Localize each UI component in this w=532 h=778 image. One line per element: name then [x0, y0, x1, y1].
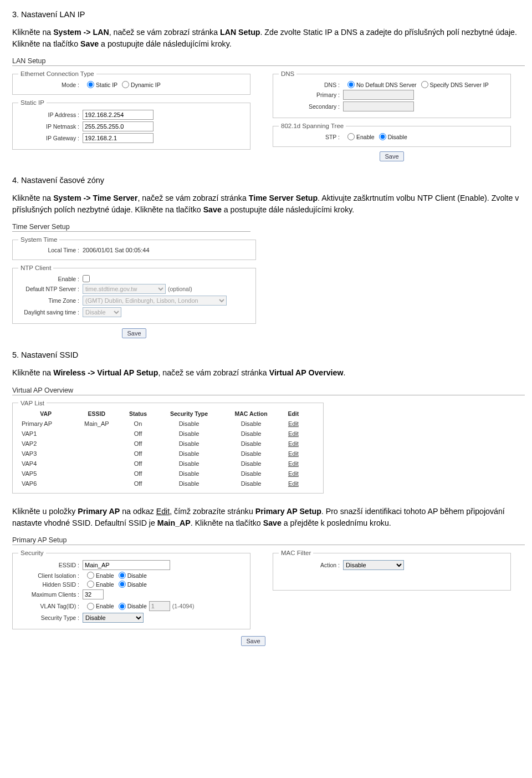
dns-primary-input[interactable] [343, 90, 414, 100]
t: Save [80, 39, 99, 48]
ip-address-input[interactable] [83, 110, 154, 120]
ethernet-type-legend: Ethernet Connection Type [18, 70, 96, 77]
pap-save-button[interactable]: Save [241, 636, 265, 646]
ntpclient-legend: NTP Client [18, 265, 53, 271]
t: , načež se vám zobrazí stránka [109, 28, 220, 37]
vap-edit-link[interactable]: Edit [288, 470, 299, 477]
vap-edit-link[interactable]: Edit [288, 480, 299, 487]
table-row: VAP1OffDisableDisableEdit [18, 429, 306, 439]
hidden-disable-text: Disable [127, 581, 147, 588]
vap-edit-link[interactable]: Edit [288, 440, 299, 447]
vap-edit-link[interactable]: Edit [288, 420, 299, 427]
vap-name: VAP3 [18, 449, 73, 459]
netmask-label: IP Netmask : [18, 123, 83, 130]
localtime-value: 2006/01/01 Sat 00:05:44 [83, 247, 150, 253]
stp-enable-radio[interactable] [347, 133, 355, 140]
vap-edit-link[interactable]: Edit [288, 450, 299, 457]
stp-label: STP : [279, 134, 343, 140]
vap-status: Off [120, 469, 156, 479]
iso-label: Client Isolation : [18, 572, 83, 579]
vap-overview-title: Virtual AP Overview [12, 387, 525, 395]
security-legend: Security [18, 550, 46, 556]
dns-secondary-input[interactable] [343, 101, 414, 111]
systemtime-group: System Time Local Time :2006/01/01 Sat 0… [12, 236, 256, 260]
timeserver-title: Time Server Setup [12, 223, 250, 232]
t: Klikněte na [12, 28, 53, 37]
iso-enable-radio[interactable] [87, 572, 94, 579]
mode-static-text: Static IP [96, 82, 117, 88]
stp-group: 802.1d Spanning Tree STP : Enable Disabl… [273, 123, 511, 147]
t: Save [263, 518, 282, 527]
t: System -> Time Server [53, 194, 137, 202]
vap-sec: Disable [156, 449, 222, 459]
dns-specify-radio[interactable] [421, 81, 428, 88]
lan-save-button[interactable]: Save [380, 151, 403, 161]
essid-input[interactable] [83, 560, 170, 570]
vap-overview-shot: Virtual AP Overview VAP List VAP ESSID S… [12, 387, 520, 494]
mac-action-select[interactable]: Disable [343, 560, 404, 570]
iso-enable-text: Enable [96, 572, 114, 579]
vap-essid [73, 479, 120, 489]
stp-legend: 802.1d Spanning Tree [279, 123, 346, 129]
t: . [343, 368, 345, 377]
vap-edit-link[interactable]: Edit [288, 460, 299, 467]
vap-edit-link[interactable]: Edit [288, 430, 299, 437]
table-row: VAP2OffDisableDisableEdit [18, 439, 306, 449]
vap-name: VAP2 [18, 439, 73, 449]
vap-sec: Disable [156, 469, 222, 479]
vap-status: Off [120, 459, 156, 469]
section-5-para: Klikněte na Wireless -> Virtual AP Setup… [12, 367, 520, 379]
hidden-disable-radio[interactable] [119, 581, 126, 588]
vlan-disable-radio[interactable] [119, 603, 126, 610]
vap-list-group: VAP List VAP ESSID Status Security Type … [12, 400, 324, 494]
mode-static-radio[interactable] [87, 81, 94, 88]
dns-nodefault-text: No Default DNS Server [356, 82, 417, 88]
hidden-enable-radio[interactable] [87, 581, 94, 588]
vap-essid [73, 439, 120, 449]
t: Primary AP [78, 507, 120, 516]
vlan-id-input[interactable] [149, 601, 170, 611]
vlan-disable-text: Disable [127, 603, 147, 609]
section-5-heading: 5. Nastavení SSID [12, 350, 520, 359]
stp-disable-radio[interactable] [379, 133, 386, 140]
mode-dynamic-radio[interactable] [122, 81, 129, 88]
static-ip-legend: Static IP [18, 99, 47, 106]
dns-label: DNS : [279, 82, 343, 88]
vap-sec: Disable [156, 459, 222, 469]
t: Time Server Setup [249, 194, 318, 202]
t: Klikněte na [12, 368, 53, 377]
section-4-heading: 4. Nastavení časové zóny [12, 176, 520, 185]
dns-group: DNS DNS : No Default DNS Server Specify … [273, 70, 511, 118]
t: System -> LAN [53, 28, 109, 37]
t: a přejděte k poslednímu kroku. [282, 518, 391, 527]
dns-nodefault-radio[interactable] [347, 81, 355, 88]
max-clients-input[interactable] [83, 589, 104, 599]
vlan-enable-radio[interactable] [87, 603, 94, 610]
ts-save-button[interactable]: Save [122, 328, 146, 338]
t: Save [203, 205, 222, 214]
vap-list-legend: VAP List [18, 400, 47, 406]
tz-label: Time Zone : [18, 297, 83, 304]
defntp-select[interactable]: time.stdtime.gov.tw [83, 284, 166, 294]
mode-dynamic-text: Dynamic IP [131, 82, 161, 88]
th-status: Status [120, 409, 156, 419]
vap-status: Off [120, 439, 156, 449]
vap-essid [73, 449, 120, 459]
section-5b-para: Klikněte u položky Primary AP na odkaz E… [12, 506, 520, 528]
stp-enable-text: Enable [356, 134, 375, 140]
mode-label: Mode : [18, 82, 83, 88]
vap-name: VAP4 [18, 459, 73, 469]
primary-ap-shot: Primary AP Setup Security ESSID : Client… [12, 536, 520, 646]
security-type-select[interactable]: Disable [83, 613, 144, 623]
iso-disable-radio[interactable] [119, 572, 126, 579]
timezone-select[interactable]: (GMT) Dublin, Edinburgh, Lisbon, London [83, 296, 227, 306]
ethernet-type-group: Ethernet Connection Type Mode : Static I… [12, 70, 250, 95]
dst-select[interactable]: Disable [83, 307, 121, 317]
t: Edit [156, 507, 170, 516]
ip-gateway-input[interactable] [83, 133, 154, 143]
ntp-enable-checkbox[interactable] [83, 275, 90, 282]
table-row: VAP6OffDisableDisableEdit [18, 479, 306, 489]
systemtime-legend: System Time [18, 236, 59, 243]
ip-netmask-input[interactable] [83, 121, 154, 131]
vap-mac: Disable [222, 449, 280, 459]
